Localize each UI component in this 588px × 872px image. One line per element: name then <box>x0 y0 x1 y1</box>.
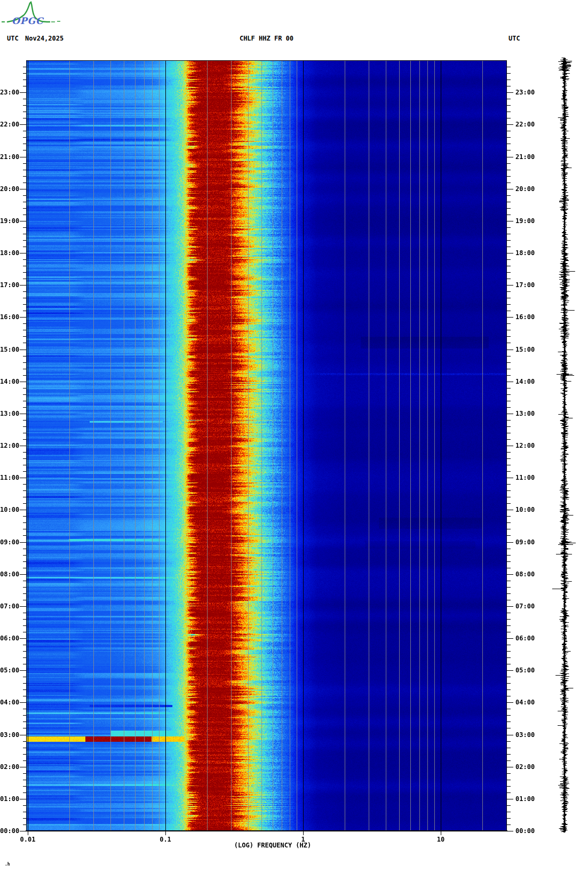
time-tick-minor-right <box>507 420 511 421</box>
opgc-logo: OPGC <box>1 1 68 28</box>
time-tick-minor-right <box>507 240 511 241</box>
time-tick-major-right <box>507 670 513 671</box>
utc-right-label: UTC <box>508 34 520 43</box>
time-label-left: 01:00 <box>0 795 19 803</box>
time-tick-minor-left <box>23 420 26 421</box>
time-tick-major-left <box>20 799 26 799</box>
time-tick-minor-left <box>23 272 26 273</box>
time-tick-minor-right <box>507 760 511 761</box>
time-tick-minor-left <box>23 343 26 343</box>
time-tick-minor-right <box>507 657 511 658</box>
time-tick-minor-left <box>23 651 26 652</box>
time-tick-minor-right <box>507 323 511 324</box>
time-tick-minor-left <box>23 176 26 177</box>
time-label-left: 06:00 <box>0 634 19 643</box>
time-label-right: 03:00 <box>515 731 535 739</box>
time-tick-major-right <box>507 92 513 93</box>
time-label-left: 16:00 <box>0 313 19 321</box>
time-tick-minor-right <box>507 741 511 742</box>
time-label-right: 05:00 <box>515 666 535 675</box>
time-tick-major-right <box>507 606 513 607</box>
time-tick-minor-right <box>507 484 511 485</box>
time-label-left: 09:00 <box>0 538 19 546</box>
time-tick-minor-left <box>23 522 26 523</box>
time-tick-minor-right <box>507 105 511 106</box>
time-tick-minor-left <box>23 356 26 356</box>
time-tick-major-right <box>507 382 513 382</box>
time-tick-minor-right <box>507 555 511 556</box>
time-tick-minor-left <box>23 298 26 298</box>
freq-tick <box>28 831 28 835</box>
time-tick-minor-left <box>23 304 26 305</box>
time-tick-minor-left <box>23 433 26 433</box>
time-tick-major-right <box>507 189 513 189</box>
time-tick-minor-left <box>23 568 26 568</box>
time-tick-minor-left <box>23 664 26 664</box>
time-tick-minor-right <box>507 465 511 465</box>
time-tick-minor-right <box>507 529 511 529</box>
time-tick-minor-left <box>23 786 26 787</box>
time-tick-minor-left <box>23 311 26 311</box>
time-tick-minor-right <box>507 195 511 196</box>
time-tick-minor-left <box>23 581 26 581</box>
time-tick-major-left <box>20 735 26 735</box>
time-tick-minor-right <box>507 792 511 793</box>
time-label-right: 02:00 <box>515 763 535 771</box>
time-tick-minor-left <box>23 67 26 67</box>
time-tick-minor-left <box>23 452 26 453</box>
time-label-right: 00:00 <box>515 827 535 835</box>
time-label-left: 10:00 <box>0 505 19 514</box>
time-tick-minor-right <box>507 773 511 774</box>
time-tick-minor-left <box>23 375 26 376</box>
time-tick-minor-left <box>23 497 26 497</box>
time-tick-minor-left <box>23 195 26 196</box>
time-tick-minor-right <box>507 433 511 433</box>
time-tick-minor-right <box>507 561 511 562</box>
time-tick-minor-right <box>507 202 511 202</box>
time-tick-minor-left <box>23 183 26 183</box>
time-label-right: 10:00 <box>515 505 535 514</box>
time-tick-minor-right <box>507 805 511 806</box>
time-tick-major-left <box>20 574 26 575</box>
time-tick-minor-left <box>23 535 26 536</box>
time-label-left: 12:00 <box>0 441 19 450</box>
time-tick-minor-right <box>507 362 511 363</box>
time-tick-major-right <box>507 799 513 799</box>
time-tick-major-left <box>20 285 26 286</box>
freq-tick <box>303 831 304 835</box>
time-tick-major-left <box>20 767 26 767</box>
time-tick-minor-left <box>23 369 26 369</box>
time-tick-minor-right <box>507 112 511 112</box>
time-tick-major-right <box>507 735 513 735</box>
time-tick-minor-right <box>507 535 511 536</box>
time-tick-major-right <box>507 446 513 446</box>
time-tick-minor-left <box>23 613 26 613</box>
time-tick-minor-left <box>23 240 26 241</box>
time-label-left: 03:00 <box>0 731 19 739</box>
time-tick-minor-right <box>507 394 511 395</box>
time-tick-minor-left <box>23 471 26 472</box>
time-tick-major-left <box>20 702 26 703</box>
time-label-right: 04:00 <box>515 698 535 707</box>
time-label-right: 21:00 <box>515 153 535 161</box>
time-tick-minor-right <box>507 600 511 600</box>
time-tick-minor-right <box>507 458 511 459</box>
freq-tick-label: 0.1 <box>154 836 177 843</box>
time-tick-major-right <box>507 221 513 221</box>
time-tick-major-left <box>20 317 26 318</box>
time-tick-major-right <box>507 767 513 767</box>
time-tick-minor-left <box>23 677 26 677</box>
time-tick-major-left <box>20 382 26 382</box>
time-label-right: 06:00 <box>515 634 535 643</box>
time-tick-minor-left <box>23 234 26 234</box>
time-label-right: 17:00 <box>515 281 535 289</box>
time-tick-major-right <box>507 157 513 157</box>
time-tick-minor-left <box>23 401 26 401</box>
time-tick-major-left <box>20 542 26 543</box>
time-label-left: 22:00 <box>0 120 19 129</box>
time-tick-minor-right <box>507 215 511 215</box>
time-label-left: 17:00 <box>0 281 19 289</box>
time-tick-minor-right <box>507 144 511 144</box>
time-tick-minor-right <box>507 748 511 748</box>
time-label-right: 07:00 <box>515 602 535 611</box>
